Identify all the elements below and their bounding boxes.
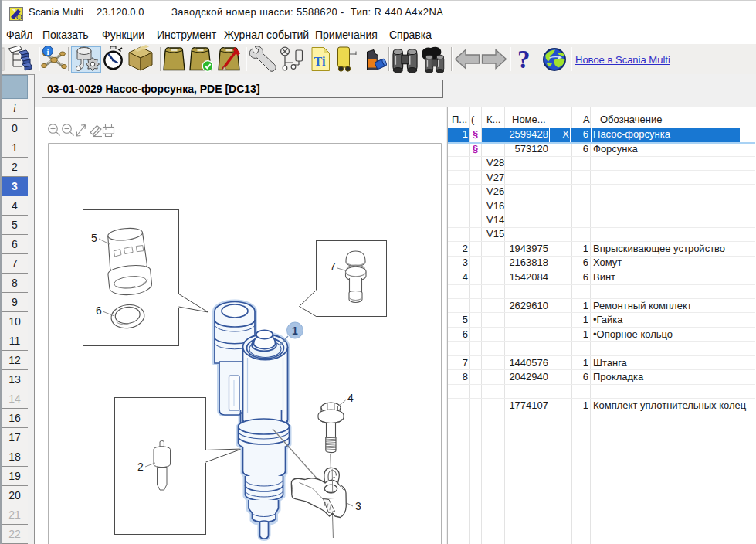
svg-text:4: 4 xyxy=(347,392,354,404)
svg-text:?: ? xyxy=(517,46,531,73)
svg-text:5: 5 xyxy=(91,232,97,244)
svg-text:i: i xyxy=(46,47,49,56)
svg-text:Ti: Ti xyxy=(314,55,326,68)
svg-text:6: 6 xyxy=(96,304,102,317)
svg-text:2: 2 xyxy=(137,461,144,473)
svg-text:1: 1 xyxy=(292,325,298,337)
svg-text:3: 3 xyxy=(355,500,361,512)
svg-text:7: 7 xyxy=(330,260,336,273)
